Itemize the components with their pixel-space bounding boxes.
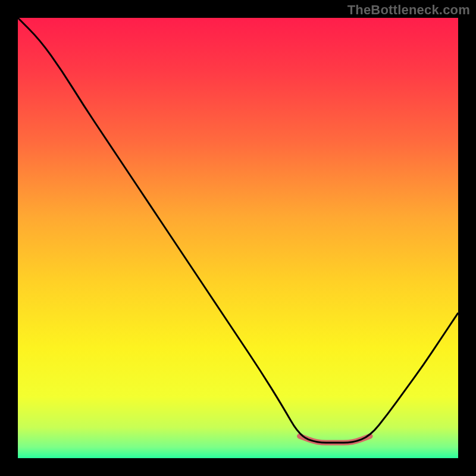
chart-frame: TheBottleneck.com [0, 0, 476, 476]
gradient-background [18, 18, 458, 458]
plot-area [18, 18, 458, 458]
attribution-text: TheBottleneck.com [347, 2, 470, 18]
bottleneck-chart [18, 18, 458, 458]
